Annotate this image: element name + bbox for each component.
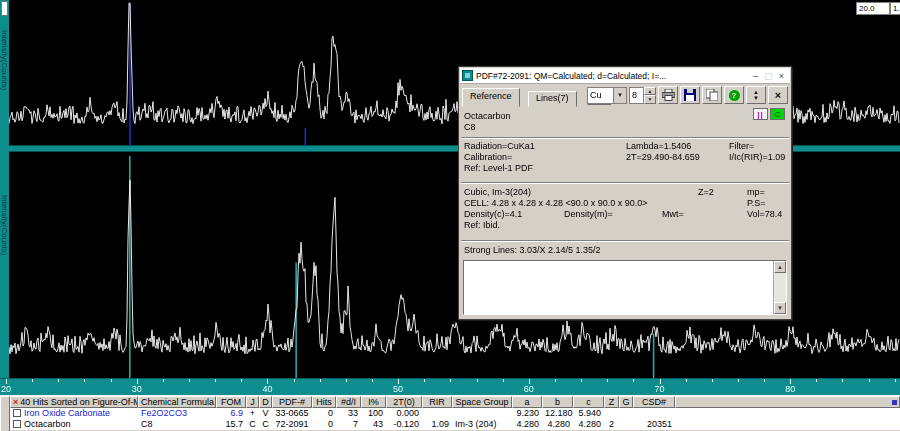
- save-button[interactable]: [680, 86, 700, 104]
- column-header-10[interactable]: 2T(0): [386, 396, 422, 408]
- column-header-13[interactable]: a: [512, 396, 542, 408]
- table-cell[interactable]: 43: [361, 419, 386, 430]
- close-icon[interactable]: ×: [775, 71, 788, 81]
- comment-listbox[interactable]: ▲ ▼: [463, 260, 787, 315]
- tab-lines[interactable]: Lines(7): [528, 91, 577, 107]
- table-cell[interactable]: Fe2O2CO3: [138, 408, 216, 419]
- table-cell[interactable]: 100: [361, 408, 386, 419]
- zoom-range-input-2[interactable]: 1.5: [890, 2, 900, 15]
- column-header-14[interactable]: b: [542, 396, 573, 408]
- table-cell[interactable]: Iron Oxide Carbonate: [10, 408, 138, 419]
- column-header-17[interactable]: G: [619, 396, 633, 408]
- separator: [461, 240, 789, 242]
- table-cell[interactable]: +: [246, 408, 259, 419]
- table-cell[interactable]: 33: [336, 408, 361, 419]
- cell-field: CELL: 4.28 x 4.28 x 4.28 <90.0 x 90.0 x …: [464, 198, 648, 208]
- pdf-card-title: PDF#72-2091: QM=Calculated; d=Calculated…: [476, 71, 749, 81]
- column-header-8[interactable]: #d/I: [336, 396, 361, 408]
- table-cell[interactable]: V: [259, 408, 272, 419]
- column-header-5[interactable]: D: [259, 396, 272, 408]
- marker-bars-button[interactable]: ||: [753, 108, 768, 120]
- chevron-down-icon[interactable]: ▼: [613, 88, 626, 103]
- table-cell[interactable]: 2: [604, 419, 619, 430]
- table-cell[interactable]: 33-0665: [272, 408, 312, 419]
- table-cell[interactable]: C: [246, 419, 259, 430]
- sort-button[interactable]: ▲▼: [746, 86, 766, 104]
- marker-c-button[interactable]: C: [770, 108, 785, 120]
- table-cell[interactable]: [452, 408, 512, 419]
- pdf-card-titlebar[interactable]: PDF#72-2091: QM=Calculated; d=Calculated…: [460, 68, 790, 84]
- zoom-range-input[interactable]: 20.0: [856, 2, 890, 15]
- phase-checkbox[interactable]: [13, 420, 21, 428]
- column-header-2[interactable]: Chemical Formula: [138, 396, 216, 408]
- sort-arrows-icon: ▲▼: [753, 89, 759, 101]
- table-cell[interactable]: [604, 408, 619, 419]
- table-cell[interactable]: 7: [336, 419, 361, 430]
- table-cell[interactable]: 72-2091: [272, 419, 312, 430]
- table-cell[interactable]: -0.120: [386, 419, 422, 430]
- table-cell[interactable]: 5.940: [573, 408, 604, 419]
- column-header-9[interactable]: I%: [361, 396, 386, 408]
- crystal-system-field: Cubic, Im-3(204): [464, 187, 531, 197]
- table-cell[interactable]: Octacarbon: [10, 419, 138, 430]
- column-header-15[interactable]: c: [573, 396, 604, 408]
- tab-reference[interactable]: Reference: [462, 88, 520, 107]
- intensity-axis-strip[interactable]: Intensity(Counts) Intensity(Counts): [0, 0, 9, 378]
- scroll-hint-icon[interactable]: [892, 400, 897, 405]
- column-header-4[interactable]: J: [246, 396, 259, 408]
- table-cell[interactable]: 15.7: [216, 419, 246, 430]
- table-cell[interactable]: [619, 419, 633, 430]
- table-cell[interactable]: 4.280: [542, 419, 573, 430]
- help-button[interactable]: ?: [724, 86, 744, 104]
- close-card-button[interactable]: ×: [768, 86, 788, 104]
- column-header-11[interactable]: RIR: [422, 396, 452, 408]
- column-header-16[interactable]: Z: [604, 396, 619, 408]
- column-header-12[interactable]: Space Group: [452, 396, 512, 408]
- table-cell[interactable]: [633, 408, 675, 419]
- copy-button[interactable]: [702, 86, 722, 104]
- table-cell[interactable]: C8: [138, 419, 216, 430]
- pdf-card-icon: [462, 70, 473, 81]
- axis-corner-box[interactable]: [1, 1, 8, 16]
- table-cell[interactable]: 1.09: [422, 419, 452, 430]
- minimize-icon[interactable]: –: [749, 71, 762, 81]
- table-row[interactable]: Iron Oxide CarbonateFe2O2CO36.9+V33-0665…: [10, 408, 900, 419]
- table-cell[interactable]: 0: [312, 419, 336, 430]
- table-cell[interactable]: [422, 408, 452, 419]
- spin-down-icon[interactable]: ▼: [644, 95, 656, 104]
- pdf-card-window: PDF#72-2091: QM=Calculated; d=Calculated…: [458, 66, 792, 320]
- table-left-strip[interactable]: [0, 396, 10, 431]
- column-header-7[interactable]: Hits: [312, 396, 336, 408]
- column-header-1[interactable]: ×40 Hits Sorted on Figure-Of-M...: [10, 396, 138, 408]
- z-field: Z=2: [698, 187, 714, 197]
- table-cell[interactable]: Im-3 (204): [452, 419, 512, 430]
- table-cell[interactable]: 4.280: [573, 419, 604, 430]
- scroll-down-icon[interactable]: ▼: [774, 302, 786, 314]
- font-size-spinner[interactable]: 8 ▲ ▼: [629, 87, 656, 104]
- separator: [461, 182, 789, 184]
- phase-checkbox[interactable]: [13, 409, 21, 417]
- table-cell[interactable]: 6.9: [216, 408, 246, 419]
- table-cell[interactable]: 4.280: [512, 419, 542, 430]
- column-header-18[interactable]: CSD#: [633, 396, 675, 408]
- table-cell[interactable]: 12.180: [542, 408, 573, 419]
- table-cell[interactable]: 20351: [633, 419, 675, 430]
- column-header-6[interactable]: PDF-#: [272, 396, 312, 408]
- table-cell[interactable]: [619, 408, 633, 419]
- listbox-scrollbar[interactable]: ▲ ▼: [773, 261, 786, 314]
- table-cell[interactable]: 0.000: [386, 408, 422, 419]
- table-cell[interactable]: 0: [312, 408, 336, 419]
- two-theta-axis[interactable]: [0, 378, 900, 395]
- vol-field: Vol=78.4: [747, 209, 782, 219]
- table-cell[interactable]: 9.230: [512, 408, 542, 419]
- scroll-up-icon[interactable]: ▲: [774, 261, 786, 273]
- print-button[interactable]: [658, 86, 678, 104]
- table-cell[interactable]: C: [259, 419, 272, 430]
- anode-select[interactable]: Cu ▼: [587, 87, 627, 104]
- column-header-3[interactable]: FOM: [216, 396, 246, 408]
- density-c-field: Density(c)=4.1: [464, 209, 522, 219]
- close-table-icon[interactable]: ×: [13, 397, 18, 407]
- spin-up-icon[interactable]: ▲: [644, 87, 656, 96]
- table-row[interactable]: OctacarbonC815.7CC72-20910743-0.1201.09I…: [10, 419, 900, 430]
- mp-field: mp=: [747, 187, 765, 197]
